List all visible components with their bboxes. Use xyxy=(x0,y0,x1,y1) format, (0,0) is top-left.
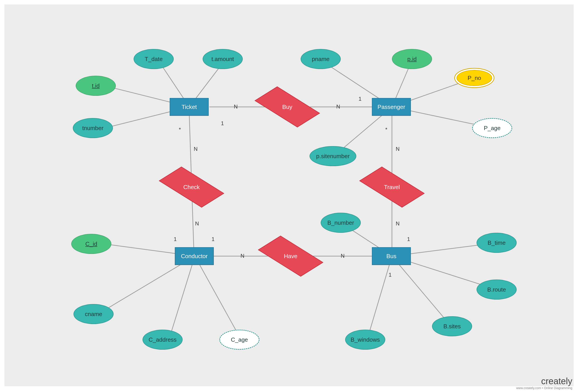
entity-label: Ticket xyxy=(181,104,197,110)
attribute-label: P_age xyxy=(484,125,500,132)
entity-passenger[interactable]: Passenger xyxy=(372,98,411,116)
cardinality-label: 1 xyxy=(389,272,391,278)
page: Ticket Passenger Conductor Bus Buy Check… xyxy=(0,0,579,392)
attribute-b-number[interactable]: B_number xyxy=(321,213,361,233)
cardinality-label: N xyxy=(396,221,400,227)
attribute-label: C_id xyxy=(85,240,97,247)
attribute-b-sites[interactable]: B.sites xyxy=(432,316,472,336)
attribute-label: C_address xyxy=(148,336,177,343)
attribute-label: pname xyxy=(312,56,330,63)
cardinality-label: N xyxy=(195,221,199,227)
entity-conductor[interactable]: Conductor xyxy=(175,247,214,265)
relationship-travel[interactable]: Travel xyxy=(373,177,411,197)
attribute-c-address[interactable]: C_address xyxy=(143,330,183,350)
cardinality-label: 1 xyxy=(359,96,362,102)
attribute-p-age[interactable]: P_age xyxy=(472,118,512,138)
attribute-b-time[interactable]: B_time xyxy=(477,233,517,253)
entity-bus[interactable]: Bus xyxy=(372,247,411,265)
attribute-label: t.amount xyxy=(211,56,234,63)
entity-label: Passenger xyxy=(377,104,405,110)
relationship-label: Buy xyxy=(282,104,292,110)
brand-name: creately xyxy=(516,376,572,386)
entity-label: Conductor xyxy=(181,253,208,260)
connectors xyxy=(4,4,574,386)
attribute-label: C_age xyxy=(231,336,248,343)
entity-ticket[interactable]: Ticket xyxy=(170,98,209,116)
cardinality-label: * xyxy=(385,127,387,133)
branding: creately www.creately.com • Online Diagr… xyxy=(516,376,572,390)
cardinality-label: 1 xyxy=(174,236,177,242)
attribute-t-amount[interactable]: t.amount xyxy=(203,49,243,69)
cardinality-label: N xyxy=(341,253,345,259)
svg-line-17 xyxy=(367,256,392,338)
svg-line-16 xyxy=(392,256,452,327)
attribute-p-id[interactable]: p.id xyxy=(392,49,432,69)
attribute-t-id[interactable]: t.id xyxy=(76,76,116,96)
relationship-label: Travel xyxy=(384,184,400,191)
attribute-c-id[interactable]: C_id xyxy=(71,234,111,254)
attribute-label: P_no xyxy=(468,75,481,81)
attribute-b-windows[interactable]: B_windows xyxy=(345,330,385,350)
attribute-label: T_date xyxy=(145,56,163,63)
entity-label: Bus xyxy=(386,253,396,260)
cardinality-label: N xyxy=(240,253,244,259)
attribute-p-no[interactable]: P_no xyxy=(454,68,494,88)
attribute-label: t.id xyxy=(92,82,100,89)
cardinality-label: N xyxy=(194,146,198,152)
cardinality-label: N xyxy=(336,104,340,110)
cardinality-label: * xyxy=(179,127,181,133)
attribute-label: p.id xyxy=(407,56,417,63)
attribute-label: B_windows xyxy=(351,336,380,343)
relationship-label: Have xyxy=(284,253,297,260)
relationship-buy[interactable]: Buy xyxy=(268,97,306,117)
attribute-label: p.sitenumber xyxy=(316,153,350,160)
diagram-canvas[interactable]: Ticket Passenger Conductor Bus Buy Check… xyxy=(4,4,574,386)
attribute-b-route[interactable]: B.route xyxy=(477,280,517,300)
cardinality-label: 1 xyxy=(221,120,224,127)
svg-line-12 xyxy=(195,256,240,338)
relationship-have[interactable]: Have xyxy=(272,246,309,266)
relationship-label: Check xyxy=(183,184,200,191)
attribute-label: B_time xyxy=(488,239,506,246)
attribute-p-sitenumber[interactable]: p.sitenumber xyxy=(309,146,356,166)
svg-line-11 xyxy=(169,256,195,338)
attribute-c-age[interactable]: C_age xyxy=(219,330,259,350)
cardinality-label: 1 xyxy=(212,236,215,242)
brand-tagline: www.creately.com • Online Diagramming xyxy=(516,386,572,390)
attribute-pname[interactable]: pname xyxy=(301,49,341,69)
cardinality-label: 1 xyxy=(407,236,410,242)
attribute-label: cname xyxy=(85,311,102,317)
attribute-label: B.sites xyxy=(443,323,461,330)
cardinality-label: N xyxy=(234,104,238,110)
attribute-t-date[interactable]: T_date xyxy=(134,49,174,69)
attribute-tnumber[interactable]: tnumber xyxy=(73,118,113,138)
attribute-label: tnumber xyxy=(82,125,103,132)
relationship-check[interactable]: Check xyxy=(173,177,211,197)
attribute-label: B_number xyxy=(327,219,354,226)
attribute-label: B.route xyxy=(487,286,506,293)
cardinality-label: N xyxy=(396,146,400,152)
attribute-cname[interactable]: cname xyxy=(73,304,114,324)
